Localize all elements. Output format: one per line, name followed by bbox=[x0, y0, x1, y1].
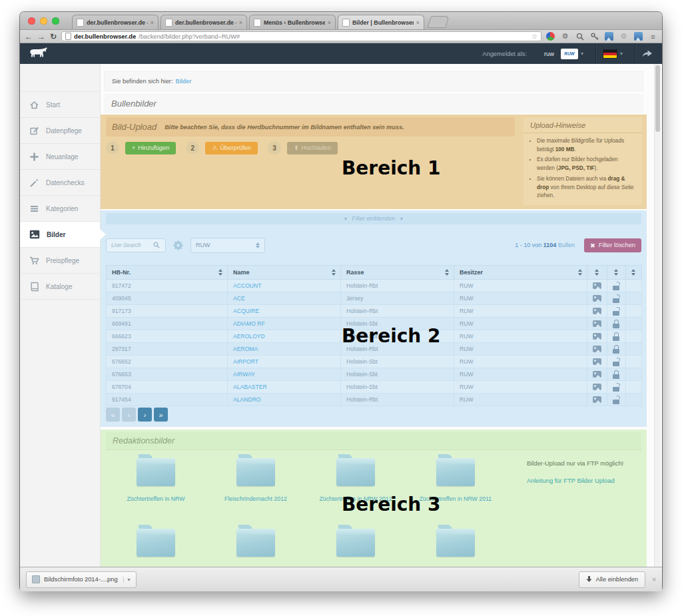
filter-settings-gear-icon[interactable] bbox=[173, 240, 183, 250]
pagination-first-button[interactable]: « bbox=[106, 408, 120, 422]
bull-name-link[interactable]: ALABASTER bbox=[233, 384, 267, 390]
minimize-window-button[interactable] bbox=[40, 17, 47, 25]
forward-button[interactable]: → bbox=[37, 33, 45, 41]
folder-label[interactable]: Züchtertreffen in NRW bbox=[127, 495, 184, 502]
pagination-last-button[interactable]: » bbox=[154, 408, 168, 422]
close-download-bar-icon[interactable]: × bbox=[652, 576, 656, 583]
lock-icon[interactable] bbox=[613, 370, 620, 379]
lock-icon[interactable] bbox=[613, 320, 620, 328]
address-bar[interactable]: der.bullenbrowser.de /backend/bilder.php… bbox=[61, 31, 541, 41]
browser-tab-active[interactable]: Bilder | Bullenbrowser × bbox=[338, 15, 424, 29]
col-header-besitzer[interactable]: Besitzer bbox=[454, 266, 587, 280]
show-all-downloads-button[interactable]: Alle einblenden bbox=[579, 571, 646, 588]
sidebar-item-kategorien[interactable]: Kategorien bbox=[20, 195, 100, 221]
folder-item[interactable]: Fleischrindernacht 2012 bbox=[206, 454, 306, 502]
ueberpruefen-button[interactable]: ⚠Überprüfen bbox=[205, 142, 258, 154]
sidebar-item-neuanlage[interactable]: Neuanlage bbox=[20, 143, 100, 169]
lock-icon[interactable] bbox=[613, 294, 620, 303]
lock-icon[interactable] bbox=[613, 282, 620, 290]
folder-item[interactable]: Züchtertreffen in NRW bbox=[106, 454, 206, 502]
download-caret-icon[interactable]: ▾ bbox=[123, 577, 131, 583]
extension-image-icon[interactable] bbox=[605, 32, 613, 41]
extension-gear-disabled-icon[interactable]: ⚙ bbox=[619, 32, 628, 41]
col-header-hbnr[interactable]: HB-Nr. bbox=[107, 266, 228, 280]
lock-icon[interactable] bbox=[613, 332, 620, 341]
folder-item[interactable] bbox=[206, 524, 306, 557]
cow-logo-icon[interactable] bbox=[29, 47, 48, 61]
language-dropdown-caret-icon[interactable]: ▾ bbox=[620, 51, 623, 57]
image-icon[interactable] bbox=[593, 333, 601, 340]
image-icon[interactable] bbox=[593, 282, 601, 289]
extension-color-icon[interactable] bbox=[546, 32, 555, 41]
filter-toggle[interactable]: ▼Filter einblenden▼ bbox=[106, 213, 641, 224]
sidebar-item-kataloge[interactable]: Kataloge bbox=[20, 273, 100, 300]
bull-name-link[interactable]: ACE bbox=[233, 295, 245, 302]
bull-name-link[interactable]: AIRWAY bbox=[233, 371, 255, 378]
browser-tab[interactable]: Menüs ‹ Bullenbrowser — × bbox=[249, 15, 336, 29]
reload-button[interactable]: ↻ bbox=[50, 33, 57, 41]
lock-icon[interactable] bbox=[613, 396, 620, 404]
image-icon[interactable] bbox=[593, 384, 601, 390]
image-icon[interactable] bbox=[593, 358, 601, 365]
verband-select[interactable]: RUW bbox=[190, 238, 265, 253]
verband-logo-chip[interactable]: RUW bbox=[561, 49, 578, 59]
scrollbar-thumb[interactable] bbox=[655, 65, 660, 132]
browser-tab[interactable]: der.bullenbrowser.de - Me × bbox=[161, 15, 247, 29]
logout-arrow-icon[interactable] bbox=[642, 49, 653, 59]
image-icon[interactable] bbox=[593, 320, 601, 327]
col-header-name[interactable]: Name bbox=[228, 266, 341, 280]
image-icon[interactable] bbox=[593, 308, 601, 314]
sidebar-item-bilder[interactable]: Bilder bbox=[20, 221, 100, 247]
user-dropdown-caret-icon[interactable]: ▾ bbox=[581, 51, 583, 57]
folder-label[interactable]: Fleischrindernacht 2012 bbox=[224, 495, 287, 502]
lock-icon[interactable] bbox=[613, 307, 620, 316]
bull-name-link[interactable]: AIRPORT bbox=[233, 358, 258, 365]
col-header-lock[interactable] bbox=[607, 266, 626, 280]
extension-gear-icon[interactable]: ⚙ bbox=[561, 32, 569, 41]
image-icon[interactable] bbox=[593, 396, 601, 403]
tab-close-icon[interactable]: × bbox=[416, 19, 420, 26]
tab-close-icon[interactable]: × bbox=[328, 19, 331, 26]
browser-tab[interactable]: der.bullenbrowser.de - Ka × bbox=[72, 15, 159, 29]
col-header-extra[interactable] bbox=[626, 266, 642, 280]
lock-icon[interactable] bbox=[613, 358, 620, 366]
extension-search-icon[interactable] bbox=[575, 32, 584, 41]
lock-icon[interactable] bbox=[613, 345, 620, 354]
tab-close-icon[interactable]: × bbox=[151, 19, 154, 26]
image-icon[interactable] bbox=[593, 371, 601, 378]
filter-loeschen-button[interactable]: ✖Filter löschen bbox=[584, 238, 641, 252]
bull-name-link[interactable]: AEROLOYD bbox=[233, 333, 265, 340]
hinzufuegen-button[interactable]: +Hinzufügen bbox=[125, 142, 176, 154]
ftp-anleitung-link[interactable]: Anleitung für FTP Bilder Upload bbox=[527, 476, 635, 485]
sidebar-item-datenchecks[interactable]: Datenchecks bbox=[20, 169, 100, 195]
zoom-window-button[interactable] bbox=[52, 17, 59, 25]
bull-name-link[interactable]: AEROMA bbox=[233, 346, 258, 352]
sidebar-item-start[interactable]: Start bbox=[20, 91, 100, 117]
chrome-menu-icon[interactable]: ≡ bbox=[649, 32, 657, 41]
scrollbar-track[interactable] bbox=[654, 64, 661, 567]
sidebar-item-datenpflege[interactable]: Datenpflege bbox=[20, 117, 100, 143]
back-button[interactable]: ← bbox=[25, 33, 33, 41]
tab-close-icon[interactable]: × bbox=[239, 19, 242, 26]
col-header-bild[interactable] bbox=[587, 266, 607, 280]
bookmark-star-icon[interactable]: ☆ bbox=[531, 33, 537, 40]
col-header-rasse[interactable]: Rasse bbox=[341, 266, 454, 280]
folder-item[interactable] bbox=[306, 524, 406, 557]
image-icon[interactable] bbox=[593, 346, 601, 352]
german-flag-icon[interactable] bbox=[603, 49, 617, 59]
bull-name-link[interactable]: ACCOUNT bbox=[233, 282, 262, 289]
close-window-button[interactable] bbox=[28, 17, 35, 25]
folder-item[interactable] bbox=[106, 524, 206, 557]
folder-item[interactable] bbox=[406, 524, 506, 557]
bull-name-link[interactable]: ADIAMO RF bbox=[233, 320, 265, 327]
breadcrumb-link-bilder[interactable]: Bilder bbox=[175, 78, 191, 85]
lock-icon[interactable] bbox=[613, 383, 620, 392]
extension-image2-icon[interactable] bbox=[634, 32, 643, 41]
live-search-field[interactable] bbox=[106, 238, 166, 252]
search-input[interactable] bbox=[110, 241, 151, 249]
pagination-prev-button[interactable]: ‹ bbox=[122, 408, 136, 422]
image-icon[interactable] bbox=[593, 295, 601, 302]
new-tab-button[interactable] bbox=[427, 16, 450, 28]
download-item[interactable]: Bildschirmfoto 2014-....png ▾ bbox=[26, 571, 137, 588]
pagination-next-button[interactable]: › bbox=[138, 408, 152, 422]
